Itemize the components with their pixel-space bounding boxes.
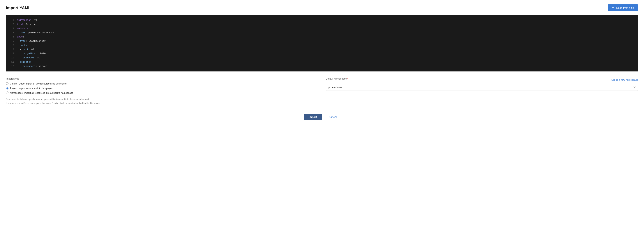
code-line-7: 7 ports: [6,43,638,48]
code-line-1: 1 apiVersion: v1 [6,18,638,22]
action-buttons: Import Cancel [6,114,638,120]
code-line-10: 10 protocol: TCP [6,56,638,60]
radio-namespace[interactable]: Namespace: Import all resources into a s… [6,92,318,94]
namespace-select-wrapper: prometheus default kube-system [326,84,638,91]
import-button[interactable]: Import [304,114,322,120]
namespace-dropdown[interactable]: prometheus default kube-system [326,84,638,91]
import-mode-panel: Import Mode Cluster: Direct import of an… [6,77,318,105]
add-namespace-link[interactable]: Add to a new namespace [611,78,638,81]
import-options-section: Import Mode Cluster: Direct import of an… [6,77,638,105]
namespace-panel: Default Namespace* Add to a new namespac… [326,77,638,91]
radio-project-label: Project: Import resources into this proj… [10,87,54,90]
radio-cluster[interactable]: Cluster: Direct import of any resources … [6,82,318,85]
radio-cluster-label: Cluster: Direct import of any resources … [10,82,67,85]
import-mode-label: Import Mode [6,77,318,80]
cancel-button[interactable]: Cancel [325,114,340,120]
info-line-1: Resources that do not specify a namespac… [6,98,318,101]
radio-namespace-label: Namespace: Import all resources into a s… [10,92,73,94]
radio-cluster-input[interactable] [6,82,8,85]
import-mode-radio-group: Cluster: Direct import of any resources … [6,82,318,94]
read-from-file-button[interactable]: Read from a file [608,4,638,11]
import-mode-info: Resources that do not specify a namespac… [6,98,318,105]
code-line-12: 12 component: server [6,64,638,69]
namespace-header: Default Namespace* Add to a new namespac… [326,77,638,82]
page-title: Import YAML [6,5,30,10]
code-line-4: 4 name: prometheus-service [6,31,638,35]
read-from-file-label: Read from a file [616,6,634,9]
namespace-label: Default Namespace* [326,77,348,80]
code-line-5: 5 spec: [6,35,638,39]
code-line-8: 8 - port: 80 [6,48,638,52]
radio-namespace-input[interactable] [6,92,8,94]
code-line-3: 3 metadata: [6,27,638,31]
required-indicator: * [347,77,348,80]
code-line-9: 9 targetPort: 9090 [6,52,638,56]
upload-icon [612,6,615,9]
radio-project[interactable]: Project: Import resources into this proj… [6,87,318,90]
code-line-2: 2 kind: Service [6,22,638,27]
info-line-2: If a resource specifies a namespace that… [6,102,318,105]
radio-project-input[interactable] [6,87,8,90]
code-line-6: 6 type: LoadBalancer [6,39,638,43]
code-editor[interactable]: 1 apiVersion: v1 2 kind: Service 3 metad… [6,15,638,71]
page-container: Import YAML Read from a file 1 apiVersio… [0,0,644,248]
code-line-11: 11 selector: [6,60,638,64]
page-header: Import YAML Read from a file [6,4,638,11]
